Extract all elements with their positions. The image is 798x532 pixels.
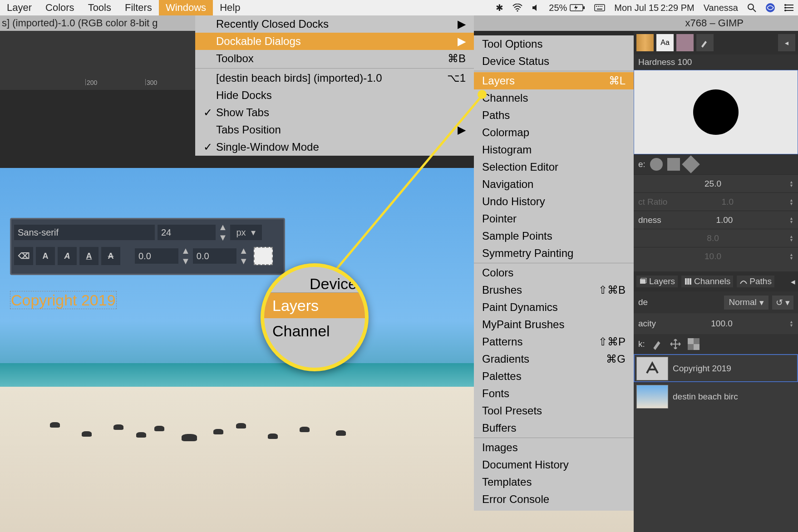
menu-item[interactable]: Toolbox⌘B — [195, 50, 474, 67]
bluetooth-icon[interactable]: ✱ — [491, 2, 508, 13]
menu-item[interactable]: ✓Show Tabs — [195, 104, 474, 121]
brush-preview[interactable] — [634, 70, 798, 154]
spotlight-icon[interactable] — [743, 3, 761, 12]
submenu-item[interactable]: Layers⌘L — [474, 72, 634, 89]
tab-history-icon[interactable] — [676, 34, 694, 51]
italic-button[interactable]: A — [58, 247, 77, 265]
hardness-slider[interactable]: dness1.00▲▼ — [634, 211, 798, 229]
opacity-row[interactable]: acity100.0▲▼ — [634, 313, 798, 334]
menu-help[interactable]: Help — [213, 0, 247, 15]
menu-item[interactable]: Recently Closed Docks▶ — [195, 15, 474, 33]
notification-icon[interactable] — [780, 4, 798, 12]
submenu-item[interactable]: Brushes⇧⌘B — [474, 281, 634, 299]
bold-button[interactable]: A — [36, 247, 55, 265]
menu-layer[interactable]: Layer — [0, 0, 39, 15]
submenu-item[interactable]: Gradients⌘G — [474, 350, 634, 368]
submenu-item[interactable]: Palettes — [474, 368, 634, 385]
svg-point-16 — [784, 7, 786, 9]
menu-filters[interactable]: Filters — [118, 0, 159, 15]
clock-time[interactable]: 2:29 PM — [660, 3, 699, 13]
layer-thumb-text — [636, 357, 668, 380]
layer-row[interactable]: Copyright 2019 — [634, 354, 798, 382]
user-name[interactable]: Vanessa — [699, 3, 743, 13]
menu-tools[interactable]: Tools — [81, 0, 118, 15]
spacing-slider[interactable]: 10.0▲▼ — [634, 247, 798, 265]
svg-rect-25 — [694, 344, 699, 350]
text-color-swatch[interactable] — [254, 247, 273, 265]
menu-colors[interactable]: Colors — [39, 0, 81, 15]
tab-config-icon[interactable]: ◂ — [778, 34, 795, 51]
shape-diamond[interactable] — [682, 155, 700, 173]
wifi-icon[interactable] — [508, 4, 527, 12]
submenu-item[interactable]: Symmetry Painting — [474, 245, 634, 262]
strike-button[interactable]: A — [101, 247, 120, 265]
ratio-slider[interactable]: ct Ratio1.0▲▼ — [634, 192, 798, 211]
mode-select[interactable]: Normal ▾ — [724, 296, 768, 310]
tab-fonts-icon[interactable]: Aa — [656, 34, 674, 51]
submenu-item[interactable]: Paint Dynamics — [474, 299, 634, 316]
volume-icon[interactable] — [527, 4, 544, 12]
fontsize-input[interactable] — [158, 225, 216, 240]
submenu-item[interactable]: Patterns⇧⌘P — [474, 333, 634, 350]
lock-move-icon[interactable] — [670, 338, 681, 350]
underline-button[interactable]: A — [79, 247, 99, 265]
menu-windows[interactable]: Windows — [159, 0, 213, 15]
tab-paths[interactable]: Paths — [737, 276, 774, 287]
base-stepper[interactable]: ▲▼ — [239, 246, 248, 266]
submenu-item[interactable]: Buffers — [474, 419, 634, 437]
battery-status[interactable]: 25% — [544, 3, 590, 13]
submenu-item[interactable]: Navigation — [474, 176, 634, 193]
layer-row[interactable]: destin beach birc — [634, 382, 798, 410]
shape-circle[interactable] — [650, 158, 663, 171]
text-tool-overlay[interactable]: ▲▼ px ▾ ⌫ A A A A ▲▼ ▲▼ — [10, 218, 285, 275]
kern-stepper[interactable]: ▲▼ — [181, 246, 190, 266]
keyboard-icon[interactable] — [590, 4, 610, 12]
submenu-item[interactable]: Colors — [474, 264, 634, 281]
submenu-item[interactable]: Paths — [474, 107, 634, 124]
submenu-item[interactable]: Undo History — [474, 193, 634, 210]
submenu-item[interactable]: Document History — [474, 456, 634, 473]
submenu-item[interactable]: Tool Presets — [474, 402, 634, 419]
menu-item[interactable]: Dockable Dialogs▶ — [195, 33, 474, 50]
fontsize-stepper[interactable]: ▲▼ — [218, 222, 227, 243]
submenu-item[interactable]: Histogram — [474, 141, 634, 158]
svg-rect-7 — [601, 6, 602, 7]
tab-paint-icon[interactable] — [696, 34, 714, 51]
canvas-text-layer[interactable]: Copyright 2019 — [10, 291, 117, 309]
lock-alpha-icon[interactable] — [688, 338, 699, 350]
tab-layers[interactable]: Layers — [636, 276, 678, 287]
layer-dock-tabs: Layers Channels Paths ◂ — [634, 271, 798, 291]
menu-item[interactable]: Hide Docks — [195, 87, 474, 104]
angle-slider[interactable]: 8.0▲▼ — [634, 229, 798, 247]
submenu-item[interactable]: MyPaint Brushes — [474, 316, 634, 333]
lock-paint-icon[interactable] — [651, 338, 663, 350]
submenu-item[interactable]: Error Console — [474, 491, 634, 508]
siri-icon[interactable] — [761, 3, 780, 13]
layer-tab-config-icon[interactable]: ◂ — [791, 276, 795, 287]
tab-brushes-icon[interactable] — [636, 34, 654, 51]
submenu-item[interactable]: Sample Points — [474, 227, 634, 245]
submenu-item[interactable]: Templates — [474, 473, 634, 491]
tab-channels[interactable]: Channels — [681, 276, 733, 287]
right-panel: Aa ◂ Hardness 100 e: 25.0▲▼ ct Ratio1.0▲… — [634, 31, 798, 532]
menu-item[interactable]: Tabs Position▶ — [195, 121, 474, 138]
submenu-item[interactable]: Tool Options — [474, 35, 634, 53]
kerning-input[interactable] — [135, 248, 178, 264]
size-slider[interactable]: 25.0▲▼ — [634, 174, 798, 192]
shape-square[interactable] — [667, 158, 680, 171]
submenu-item[interactable]: Device Status — [474, 53, 634, 70]
submenu-item[interactable]: Images — [474, 439, 634, 456]
clear-button[interactable]: ⌫ — [14, 247, 33, 265]
submenu-item[interactable]: Colormap — [474, 124, 634, 141]
baseline-input[interactable] — [193, 248, 236, 264]
menu-item[interactable]: [destin beach birds] (imported)-1.0⌥1 — [195, 69, 474, 87]
unit-select[interactable]: px ▾ — [230, 225, 262, 240]
clock-date[interactable]: Mon Jul 15 — [610, 3, 660, 13]
submenu-item[interactable]: Fonts — [474, 385, 634, 402]
mode-label: de — [638, 297, 648, 307]
submenu-item[interactable]: Pointer — [474, 210, 634, 227]
font-input[interactable] — [14, 225, 155, 240]
submenu-item[interactable]: Selection Editor — [474, 158, 634, 176]
submenu-item[interactable]: Channels — [474, 89, 634, 107]
mode-reset-icon[interactable]: ↺ ▾ — [772, 296, 793, 310]
